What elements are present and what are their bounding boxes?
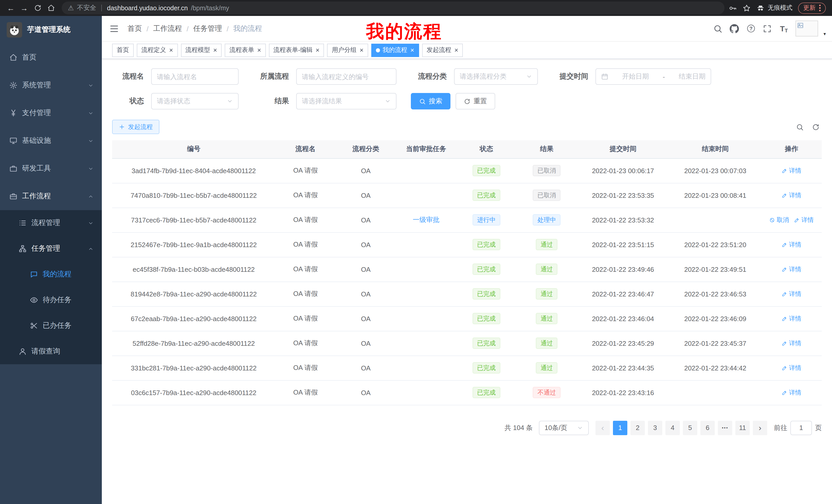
sidebar-item-3[interactable]: 基础设施 <box>0 127 102 155</box>
goto-page-input[interactable] <box>790 421 812 435</box>
detail-link[interactable]: 详情 <box>782 240 801 249</box>
page-button-5[interactable]: 5 <box>683 421 697 435</box>
hamburger-icon[interactable] <box>109 23 119 34</box>
key-icon[interactable] <box>729 4 737 12</box>
chevron-down-icon <box>227 98 233 104</box>
close-icon[interactable]: × <box>454 47 458 53</box>
breadcrumb-item[interactable]: 任务管理 <box>193 24 222 33</box>
tab-item[interactable]: 流程表单-编辑× <box>269 44 324 57</box>
prev-page-button[interactable]: ‹ <box>595 421 610 435</box>
page-button-11[interactable]: 11 <box>735 421 750 435</box>
search-icon[interactable] <box>713 24 723 33</box>
breadcrumb-item[interactable]: 首页 <box>128 24 142 33</box>
cell-category: OA <box>336 356 396 380</box>
cell-end-time: 2022-01-22 23:46:09 <box>669 306 761 331</box>
detail-link[interactable]: 详情 <box>782 191 801 200</box>
search-toggle-icon[interactable] <box>796 123 804 131</box>
page-size-select[interactable]: 10条/页 <box>539 421 589 435</box>
process-def-input[interactable] <box>296 68 396 85</box>
sidebar-item-6[interactable]: 流程管理 <box>0 210 102 236</box>
eye-icon <box>30 296 38 304</box>
cell-actions: 详情 <box>761 183 822 207</box>
page-button-2[interactable]: 2 <box>630 421 645 435</box>
tab-item[interactable]: 发起流程× <box>422 44 463 57</box>
page-button-4[interactable]: 4 <box>666 421 680 435</box>
fullscreen-icon[interactable] <box>763 24 772 33</box>
column-header: 操作 <box>761 140 822 158</box>
result-select[interactable]: 请选择流结果 <box>296 93 396 109</box>
sidebar-item-2[interactable]: 支付管理 <box>0 99 102 127</box>
forward-button[interactable]: → <box>18 1 31 15</box>
home-button[interactable] <box>44 1 58 15</box>
search-button[interactable]: 搜索 <box>411 93 450 109</box>
sidebar-item-11[interactable]: 请假查询 <box>0 339 102 364</box>
task-link[interactable]: 一级审批 <box>413 216 439 223</box>
process-name-input[interactable] <box>151 68 239 85</box>
close-icon[interactable]: × <box>410 47 414 53</box>
sidebar-item-7[interactable]: 任务管理 <box>0 236 102 261</box>
tab-item[interactable]: 流程表单× <box>225 44 266 57</box>
close-icon[interactable]: × <box>360 47 364 53</box>
breadcrumb-item: 我的流程 <box>233 24 262 33</box>
back-button[interactable]: ← <box>4 1 18 15</box>
table-toolbar: 发起流程 <box>112 120 822 134</box>
detail-link[interactable]: 详情 <box>782 388 801 397</box>
cell-process-name: OA 请假 <box>275 207 336 232</box>
detail-link[interactable]: 详情 <box>794 216 814 224</box>
column-header: 流程名 <box>275 140 336 158</box>
detail-link[interactable]: 详情 <box>782 166 801 175</box>
tab-item[interactable]: 首页 <box>112 44 134 57</box>
detail-link[interactable]: 详情 <box>782 314 801 323</box>
goto-label: 前往 <box>774 423 787 432</box>
close-icon[interactable]: × <box>169 47 173 53</box>
update-button[interactable]: 更新 <box>798 2 826 13</box>
sidebar-item-1[interactable]: 系统管理 <box>0 72 102 99</box>
page-button-3[interactable]: 3 <box>648 421 662 435</box>
breadcrumb-item[interactable]: 工作流程 <box>153 24 182 33</box>
address-bar[interactable]: ⚠ 不安全 dashboard.yudao.iocoder.cn/bpm/tas… <box>62 2 725 15</box>
reload-button[interactable] <box>31 1 44 15</box>
update-label: 更新 <box>803 4 815 12</box>
cell-current-task <box>396 257 457 282</box>
sidebar-item-0[interactable]: 首页 <box>0 44 102 72</box>
detail-icon <box>782 340 787 346</box>
submit-time-range[interactable]: 开始日期 - 结束日期 <box>595 68 711 85</box>
font-size-icon[interactable]: TT <box>779 24 788 33</box>
cell-status: 已完成 <box>457 331 517 356</box>
sidebar-item-8[interactable]: 我的流程 <box>0 261 102 287</box>
sidebar-item-9[interactable]: 待办任务 <box>0 287 102 313</box>
cell-submit-time: 2022-01-22 23:44:35 <box>577 356 669 380</box>
avatar[interactable] <box>796 21 818 36</box>
cell-end-time: 2022-01-22 23:45:37 <box>669 331 761 356</box>
start-process-button[interactable]: 发起流程 <box>112 120 159 134</box>
star-icon[interactable] <box>743 4 751 12</box>
sidebar-item-4[interactable]: 研发工具 <box>0 155 102 183</box>
close-icon[interactable]: × <box>316 47 319 53</box>
reset-button[interactable]: 重置 <box>456 93 495 109</box>
tab-item[interactable]: 我的流程× <box>371 44 419 57</box>
github-icon[interactable] <box>730 24 739 33</box>
refresh-icon[interactable] <box>812 123 820 131</box>
page-button-1[interactable]: 1 <box>613 421 627 435</box>
close-icon[interactable]: × <box>213 47 217 53</box>
cancel-link[interactable]: 取消 <box>770 216 789 224</box>
detail-link[interactable]: 详情 <box>782 339 801 347</box>
cell-result: 处理中 <box>517 207 577 232</box>
sidebar-item-5[interactable]: 工作流程 <box>0 183 102 210</box>
detail-link[interactable]: 详情 <box>782 265 801 274</box>
breadcrumb-separator: / <box>147 24 149 33</box>
question-icon[interactable]: ? <box>746 24 756 33</box>
tab-item[interactable]: 流程定义× <box>137 44 178 57</box>
status-select[interactable]: 请选择状态 <box>151 93 239 109</box>
category-select[interactable]: 请选择流程分类 <box>454 68 538 85</box>
more-pages-button[interactable]: ••• <box>718 421 732 435</box>
cell-submit-time: 2022-01-22 23:53:32 <box>577 207 669 232</box>
next-page-button[interactable]: › <box>753 421 767 435</box>
close-icon[interactable]: × <box>257 47 261 53</box>
detail-link[interactable]: 详情 <box>782 289 801 298</box>
detail-link[interactable]: 详情 <box>782 363 801 372</box>
tab-item[interactable]: 流程模型× <box>181 44 222 57</box>
sidebar-item-10[interactable]: 已办任务 <box>0 313 102 339</box>
page-button-6[interactable]: 6 <box>700 421 715 435</box>
tab-item[interactable]: 用户分组× <box>327 44 368 57</box>
